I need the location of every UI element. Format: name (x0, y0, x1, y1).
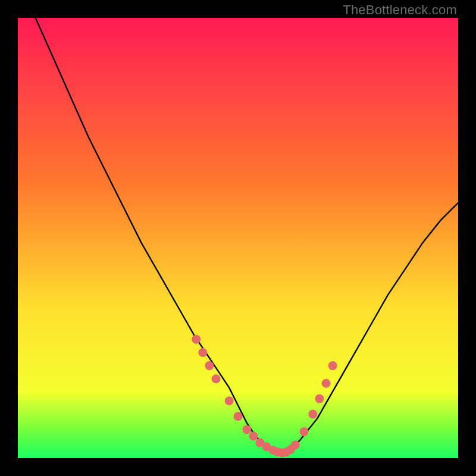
highlight-dot (198, 348, 207, 357)
highlight-dot (291, 440, 300, 449)
highlight-dot (249, 432, 258, 441)
gradient-background (18, 18, 458, 458)
highlight-dot (205, 361, 214, 370)
highlight-dot (300, 427, 309, 436)
highlight-dot (328, 361, 337, 370)
highlight-dot (315, 394, 324, 403)
highlight-dot (308, 410, 317, 419)
highlight-dot (234, 412, 243, 421)
watermark-text: TheBottleneck.com (343, 2, 457, 18)
highlight-dot (212, 374, 221, 383)
highlight-dot (242, 425, 251, 434)
bottleneck-chart (18, 18, 458, 458)
highlight-dot (225, 396, 234, 405)
highlight-dot (322, 379, 331, 388)
highlight-dot (192, 335, 201, 344)
chart-frame (18, 18, 458, 458)
